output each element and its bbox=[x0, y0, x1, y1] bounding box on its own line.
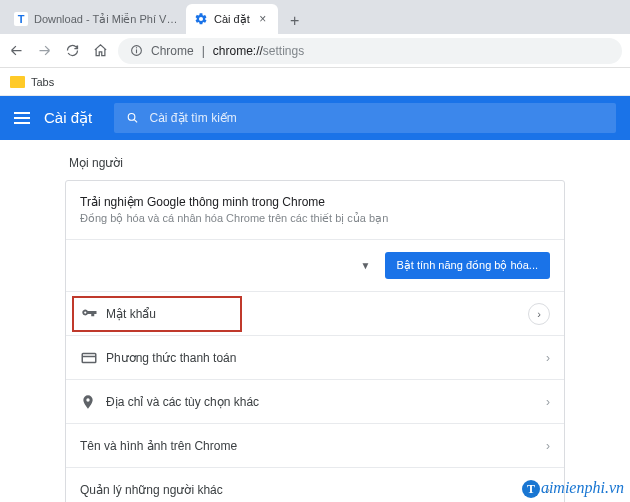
row-manage-people[interactable]: Quản lý những người khác › bbox=[66, 467, 564, 502]
page-title: Cài đặt bbox=[44, 109, 92, 127]
watermark: Taimienphi.vn bbox=[522, 479, 624, 499]
chevron-right-icon: › bbox=[546, 351, 550, 365]
gear-icon bbox=[194, 12, 208, 26]
svg-rect-7 bbox=[82, 353, 96, 362]
tab-download[interactable]: T Download - Tải Miễn Phí VN - Pl bbox=[6, 4, 186, 34]
row-passwords[interactable]: Mật khẩu › bbox=[66, 291, 564, 335]
svg-point-5 bbox=[128, 114, 135, 121]
reload-button[interactable] bbox=[64, 43, 80, 59]
omnibox-path: settings bbox=[263, 44, 304, 58]
key-icon bbox=[80, 305, 106, 323]
omnibox-divider: | bbox=[202, 44, 205, 58]
chevron-right-icon: › bbox=[546, 439, 550, 453]
omnibox-host: chrome:// bbox=[213, 44, 263, 58]
sync-intro-row: Trải nghiệm Google thông minh trong Chro… bbox=[66, 181, 564, 239]
toolbar: Chrome | chrome://settings bbox=[0, 34, 630, 68]
row-label: Tên và hình ảnh trên Chrome bbox=[80, 439, 538, 453]
chevron-down-icon[interactable]: ▼ bbox=[361, 260, 371, 271]
bookmarks-bar: Tabs bbox=[0, 68, 630, 96]
section-title: Mọi người bbox=[69, 156, 565, 170]
site-info-icon[interactable] bbox=[130, 44, 143, 57]
address-bar[interactable]: Chrome | chrome://settings bbox=[118, 38, 622, 64]
new-tab-button[interactable]: + bbox=[282, 8, 308, 34]
sync-cta-row: ▼ Bật tính năng đồng bộ hóa... bbox=[66, 239, 564, 291]
people-card: Trải nghiệm Google thông minh trong Chro… bbox=[65, 180, 565, 502]
arrow-right-icon: › bbox=[528, 303, 550, 325]
svg-line-6 bbox=[135, 120, 138, 123]
svg-rect-3 bbox=[136, 49, 137, 53]
enable-sync-button[interactable]: Bật tính năng đồng bộ hóa... bbox=[385, 252, 550, 279]
bookmark-label: Tabs bbox=[31, 76, 54, 88]
pin-icon bbox=[80, 394, 106, 410]
omnibox-secure-label: Chrome bbox=[151, 44, 194, 58]
watermark-suffix: .vn bbox=[605, 479, 624, 496]
home-button[interactable] bbox=[92, 43, 108, 59]
svg-rect-8 bbox=[82, 355, 96, 357]
svg-rect-4 bbox=[136, 47, 137, 48]
svg-text:T: T bbox=[18, 13, 25, 25]
tabstrip: T Download - Tải Miễn Phí VN - Pl Cài đặ… bbox=[0, 0, 630, 34]
tab-settings[interactable]: Cài đặt × bbox=[186, 4, 278, 34]
tab-label: Download - Tải Miễn Phí VN - Pl bbox=[34, 13, 178, 26]
row-label: Quản lý những người khác bbox=[80, 483, 538, 497]
settings-content: Mọi người Trải nghiệm Google thông minh … bbox=[0, 140, 630, 502]
chevron-right-icon: › bbox=[546, 395, 550, 409]
tab-label: Cài đặt bbox=[214, 13, 250, 26]
row-label: Mật khẩu bbox=[106, 307, 528, 321]
close-icon[interactable]: × bbox=[256, 12, 270, 26]
intro-desc: Đồng bộ hóa và cá nhân hóa Chrome trên c… bbox=[80, 212, 388, 225]
row-name-image[interactable]: Tên và hình ảnh trên Chrome › bbox=[66, 423, 564, 467]
watermark-brand: aimienphi bbox=[541, 479, 605, 496]
favicon-t: T bbox=[14, 12, 28, 26]
row-label: Địa chỉ và các tùy chọn khác bbox=[106, 395, 538, 409]
row-payment[interactable]: Phương thức thanh toán › bbox=[66, 335, 564, 379]
settings-search[interactable] bbox=[114, 103, 616, 133]
row-addresses[interactable]: Địa chỉ và các tùy chọn khác › bbox=[66, 379, 564, 423]
watermark-badge: T bbox=[522, 480, 540, 498]
settings-header: Cài đặt bbox=[0, 96, 630, 140]
back-button[interactable] bbox=[8, 43, 24, 59]
forward-button[interactable] bbox=[36, 43, 52, 59]
row-label: Phương thức thanh toán bbox=[106, 351, 538, 365]
browser-chrome: T Download - Tải Miễn Phí VN - Pl Cài đặ… bbox=[0, 0, 630, 96]
card-icon bbox=[80, 349, 106, 367]
search-input[interactable] bbox=[150, 111, 605, 125]
menu-icon[interactable] bbox=[14, 112, 30, 124]
folder-icon bbox=[10, 76, 25, 88]
intro-headline: Trải nghiệm Google thông minh trong Chro… bbox=[80, 195, 325, 209]
search-icon bbox=[126, 111, 139, 125]
people-section: Mọi người Trải nghiệm Google thông minh … bbox=[65, 156, 565, 502]
bookmark-tabs[interactable]: Tabs bbox=[10, 76, 54, 88]
